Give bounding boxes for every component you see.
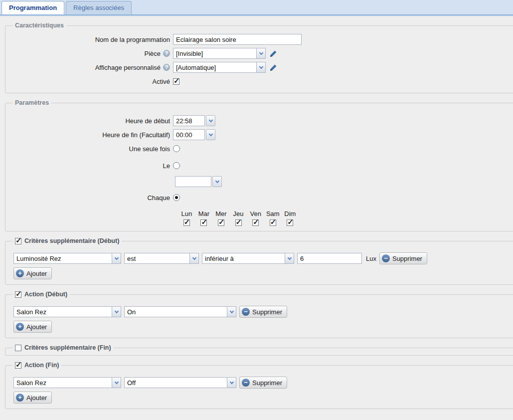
- action-command-select[interactable]: On: [124, 306, 236, 317]
- row-enabled: Activé: [10, 76, 509, 87]
- chevron-down-icon[interactable]: [206, 115, 215, 126]
- chevron-down-icon[interactable]: [112, 307, 121, 317]
- section-caracteristiques: Caractéristiques Nom de la programmation…: [5, 22, 513, 93]
- weekday-jeu: Jeu: [230, 210, 247, 226]
- main-form: Caractéristiques Nom de la programmation…: [0, 16, 513, 420]
- each-radio[interactable]: [173, 194, 180, 201]
- weekday-mer: Mer: [212, 210, 230, 226]
- help-icon[interactable]: [163, 64, 170, 71]
- on-date-label: Le: [10, 162, 173, 170]
- once-radio[interactable]: [173, 145, 180, 152]
- criteria-end-enable-checkbox[interactable]: [15, 345, 21, 351]
- page: Programmation Règles associées Caractéri…: [0, 0, 513, 420]
- section-action-start-title: Action (Début): [24, 291, 67, 298]
- chevron-down-icon[interactable]: [112, 378, 121, 388]
- enabled-label: Activé: [10, 78, 173, 85]
- criteria-device-select[interactable]: Luminosité Rez: [13, 253, 121, 264]
- minus-circle-icon: [242, 308, 250, 316]
- section-criteria-start: Critères supplémentaire (Début) Luminosi…: [5, 237, 513, 285]
- section-criteria-end-title: Critères supplémentaire (Fin): [24, 344, 111, 351]
- section-criteria-end: Critères supplémentaire (Fin): [5, 344, 513, 356]
- weekday-mar: Mar: [195, 210, 213, 226]
- action-device-select[interactable]: Salon Rez: [13, 306, 121, 317]
- each-label: Chaque: [10, 194, 173, 202]
- row-start-time: Heure de début 22:58: [10, 115, 509, 126]
- chevron-down-icon[interactable]: [227, 378, 236, 388]
- weekday-checkbox[interactable]: [235, 219, 242, 226]
- delete-row-button[interactable]: Supprimer: [379, 252, 427, 264]
- chevron-down-icon[interactable]: [256, 62, 265, 72]
- edit-pencil-icon[interactable]: [270, 64, 277, 71]
- minus-circle-icon: [242, 379, 250, 387]
- enabled-checkbox[interactable]: [173, 78, 179, 85]
- criteria-value-input[interactable]: [297, 253, 362, 264]
- weekday-lun: Lun: [178, 210, 195, 226]
- weekday-sam: Sam: [264, 210, 282, 226]
- row-end-time: Heure de fin (Facultatif) 00:00: [10, 129, 509, 140]
- weekday-dim: Dim: [282, 210, 299, 226]
- chevron-down-icon[interactable]: [256, 48, 265, 58]
- action-row: Salon Rez Off Supprimer: [13, 377, 509, 389]
- edit-pencil-icon[interactable]: [270, 50, 277, 57]
- chevron-down-icon[interactable]: [206, 129, 215, 140]
- row-each: Chaque: [10, 192, 509, 203]
- date-select[interactable]: [175, 176, 222, 187]
- criteria-verb-select[interactable]: est: [124, 253, 199, 264]
- delete-row-button[interactable]: Supprimer: [239, 306, 287, 318]
- start-time-value: 22:58: [173, 115, 205, 126]
- room-label: Pièce: [144, 50, 161, 57]
- on-date-radio[interactable]: [173, 162, 180, 169]
- weekday-checkbox[interactable]: [287, 219, 293, 226]
- criteria-row: Luminosité Rez est inférieur à Lux: [13, 252, 509, 264]
- plus-circle-icon: [16, 323, 24, 331]
- plus-circle-icon: [16, 269, 24, 277]
- delete-row-button[interactable]: Supprimer: [239, 377, 287, 389]
- weekday-checkbox[interactable]: [183, 219, 190, 226]
- date-select-value: [175, 176, 211, 187]
- action-device-select[interactable]: Salon Rez: [13, 377, 121, 388]
- end-time-value: 00:00: [173, 129, 205, 140]
- add-action-button[interactable]: Ajouter: [13, 392, 52, 404]
- end-time-select[interactable]: 00:00: [173, 129, 215, 140]
- display-select[interactable]: [Automatique]: [173, 62, 266, 73]
- plus-circle-icon: [16, 394, 24, 402]
- chevron-down-icon[interactable]: [212, 176, 222, 187]
- action-start-enable-checkbox[interactable]: [15, 291, 21, 298]
- row-once: Une seule fois: [10, 143, 509, 154]
- chevron-down-icon[interactable]: [285, 253, 294, 263]
- criteria-start-enable-checkbox[interactable]: [15, 238, 21, 244]
- help-icon[interactable]: [163, 50, 170, 57]
- tab-bar: Programmation Règles associées: [0, 0, 513, 14]
- content-area: Programmation Règles associées Caractéri…: [0, 0, 513, 420]
- weekday-checkbox[interactable]: [218, 219, 224, 226]
- row-room: Pièce [Invisible]: [10, 48, 509, 59]
- action-command-select[interactable]: Off: [124, 377, 236, 388]
- start-time-select[interactable]: 22:58: [173, 115, 215, 126]
- add-criteria-button[interactable]: Ajouter: [13, 267, 52, 279]
- criteria-operator-select[interactable]: inférieur à: [202, 253, 294, 264]
- end-time-label: Heure de fin (Facultatif): [10, 131, 173, 139]
- chevron-down-icon[interactable]: [112, 253, 121, 263]
- chevron-down-icon[interactable]: [227, 307, 236, 317]
- row-date-select: [10, 176, 509, 187]
- display-select-value: [Automatique]: [173, 62, 256, 72]
- tab-regles-associees[interactable]: Règles associées: [66, 1, 132, 14]
- chevron-down-icon[interactable]: [189, 253, 198, 263]
- weekday-ven: Ven: [247, 210, 264, 226]
- room-select[interactable]: [Invisible]: [173, 48, 266, 59]
- criteria-unit-label: Lux: [366, 255, 376, 262]
- section-criteria-start-title: Critères supplémentaire (Début): [24, 237, 119, 244]
- weekday-checkbox[interactable]: [270, 219, 276, 226]
- weekday-checkbox[interactable]: [252, 219, 259, 226]
- row-display: Affichage personnalisé [Automatique]: [10, 62, 509, 73]
- action-row: Salon Rez On Supprimer: [13, 306, 509, 318]
- action-end-enable-checkbox[interactable]: [15, 362, 21, 369]
- tab-programmation[interactable]: Programmation: [1, 1, 64, 14]
- display-label: Affichage personnalisé: [95, 64, 161, 71]
- name-input[interactable]: [173, 34, 302, 45]
- add-action-button[interactable]: Ajouter: [13, 321, 52, 333]
- section-caracteristiques-title: Caractéristiques: [12, 22, 66, 29]
- minus-circle-icon: [382, 254, 390, 262]
- weekday-row: Lun Mar Mer Jeu: [178, 210, 509, 226]
- weekday-checkbox[interactable]: [200, 219, 207, 226]
